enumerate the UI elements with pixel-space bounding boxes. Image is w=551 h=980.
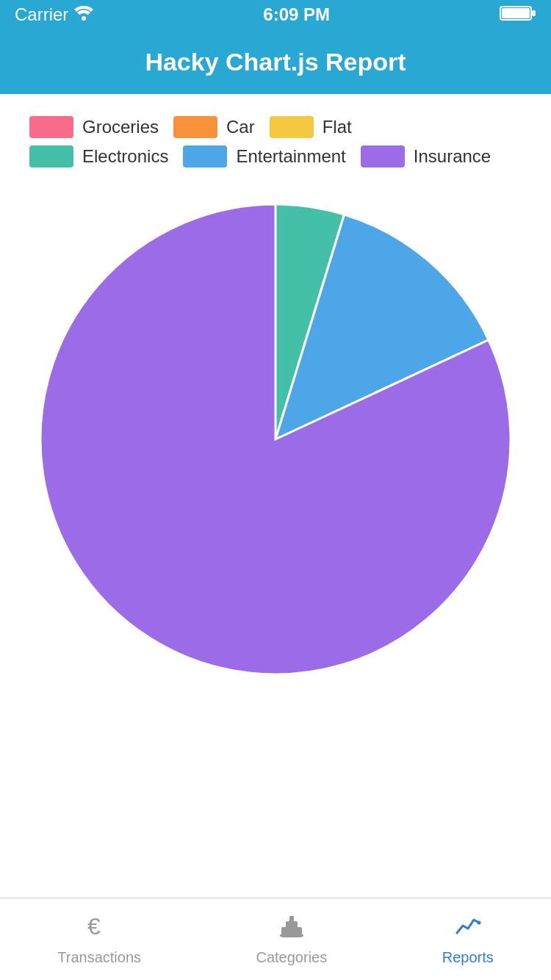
legend-label-groceries: Groceries [82,117,159,137]
legend-row-1: Groceries Car Flat [29,116,522,138]
time-display: 6:09 PM [263,4,330,25]
legend-color-groceries [29,116,73,138]
svg-rect-8 [280,934,303,937]
svg-rect-3 [502,8,530,18]
status-bar: Carrier 6:09 PM [0,0,551,29]
svg-point-0 [82,16,86,21]
tab-bar: € Transactions Categories Reports [0,898,551,980]
legend-item-groceries: Groceries [29,116,159,138]
chart-container [0,190,551,689]
legend-item-insurance: Insurance [361,145,491,167]
legend-color-car [173,116,217,138]
legend-color-electronics [29,145,73,167]
transactions-icon: € [86,912,112,945]
legend-color-entertainment [183,145,227,167]
battery-indicator [500,4,536,26]
legend-color-insurance [361,145,405,167]
legend-label-flat: Flat [323,117,352,137]
legend-row-2: Electronics Entertainment Insurance [29,145,522,167]
legend-label-insurance: Insurance [414,146,491,167]
tab-transactions-label: Transactions [57,949,141,966]
legend-item-car: Car [173,116,255,138]
legend-item-electronics: Electronics [29,145,168,167]
tab-reports[interactable]: Reports [442,912,494,966]
carrier-label: Carrier [15,4,68,25]
tab-categories[interactable]: Categories [256,912,328,966]
main-content: Groceries Car Flat Electronics Entertain… [0,94,551,927]
legend-label-electronics: Electronics [82,146,168,167]
legend-item-flat: Flat [270,116,352,138]
categories-icon [278,912,305,945]
legend-label-entertainment: Entertainment [236,146,345,167]
tab-reports-label: Reports [442,949,494,966]
svg-rect-7 [289,916,294,923]
carrier-info: Carrier [15,4,93,25]
page-title: Hacky Chart.js Report [145,48,406,76]
svg-point-9 [477,921,480,925]
svg-rect-2 [532,10,536,16]
reports-icon [455,912,481,945]
svg-text:€: € [87,913,101,939]
navigation-bar: Hacky Chart.js Report [0,29,551,94]
chart-legend: Groceries Car Flat Electronics Entertain… [0,109,551,175]
wifi-icon [74,4,93,25]
legend-label-car: Car [226,117,255,137]
tab-categories-label: Categories [256,949,328,966]
pie-chart [26,190,525,689]
legend-color-flat [270,116,314,138]
tab-transactions[interactable]: € Transactions [57,912,141,966]
legend-item-entertainment: Entertainment [183,145,345,167]
